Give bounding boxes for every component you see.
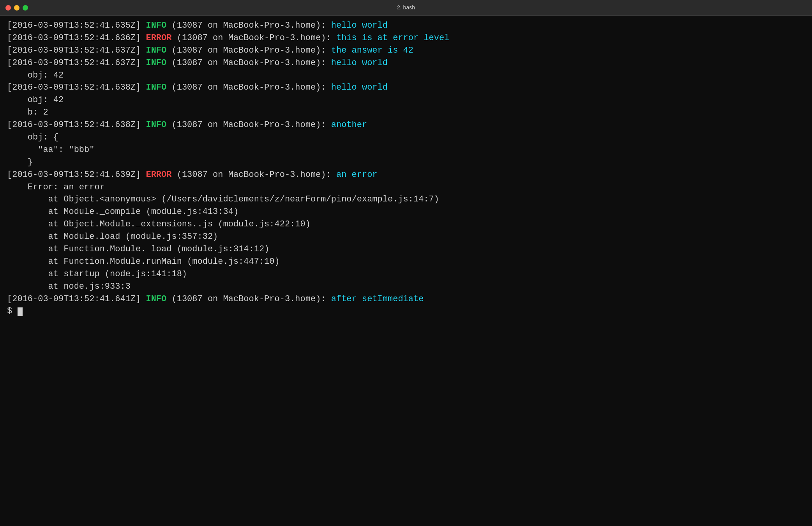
log-context: (13087 on MacBook-Pro-3.home): bbox=[166, 120, 331, 130]
terminal-line: $ bbox=[7, 305, 805, 318]
stack-line: at Module.load (module.js:357:32) bbox=[7, 232, 218, 242]
stack-line: at Function.Module.runMain (module.js:44… bbox=[7, 257, 280, 267]
terminal-line: [2016-03-09T13:52:41.637Z] INFO (13087 o… bbox=[7, 44, 805, 57]
terminal-line: at Module.load (module.js:357:32) bbox=[7, 231, 805, 243]
terminal-line: at Object.<anonymous> (/Users/davidcleme… bbox=[7, 193, 805, 206]
timestamp: [2016-03-09T13:52:41.637Z] bbox=[7, 46, 141, 55]
terminal-line: [2016-03-09T13:52:41.638Z] INFO (13087 o… bbox=[7, 81, 805, 94]
terminal-line: at startup (node.js:141:18) bbox=[7, 268, 805, 281]
stack-line: at Object.Module._extensions..js (module… bbox=[7, 219, 311, 229]
stack-line: at startup (node.js:141:18) bbox=[7, 269, 187, 279]
log-level: INFO bbox=[141, 58, 166, 68]
minimize-button[interactable] bbox=[14, 5, 19, 11]
log-context: (13087 on MacBook-Pro-3.home): bbox=[171, 33, 336, 43]
log-context: (13087 on MacBook-Pro-3.home): bbox=[166, 46, 331, 55]
terminal-line: Error: an error bbox=[7, 181, 805, 194]
log-message: the answer is 42 bbox=[331, 46, 413, 55]
log-context: (13087 on MacBook-Pro-3.home): bbox=[171, 170, 336, 180]
stack-line: b: 2 bbox=[7, 108, 48, 117]
log-context: (13087 on MacBook-Pro-3.home): bbox=[166, 294, 331, 304]
terminal-line: at Function.Module.runMain (module.js:44… bbox=[7, 256, 805, 268]
stack-line: obj: 42 bbox=[7, 95, 64, 105]
terminal-line: b: 2 bbox=[7, 106, 805, 119]
terminal-line: obj: { bbox=[7, 131, 805, 144]
stack-line: } bbox=[7, 157, 33, 167]
stack-line: obj: 42 bbox=[7, 71, 64, 80]
timestamp: [2016-03-09T13:52:41.638Z] bbox=[7, 83, 141, 92]
log-level: INFO bbox=[141, 120, 166, 130]
timestamp: [2016-03-09T13:52:41.639Z] bbox=[7, 170, 141, 180]
stack-line: Error: an error bbox=[7, 182, 105, 192]
log-level: ERROR bbox=[141, 33, 171, 43]
maximize-button[interactable] bbox=[23, 5, 28, 11]
terminal-line: [2016-03-09T13:52:41.635Z] INFO (13087 o… bbox=[7, 19, 805, 32]
terminal-line: obj: 42 bbox=[7, 69, 805, 82]
terminal-line: [2016-03-09T13:52:41.639Z] ERROR (13087 … bbox=[7, 169, 805, 181]
log-level: ERROR bbox=[141, 170, 171, 180]
stack-line: at Module._compile (module.js:413:34) bbox=[7, 207, 238, 217]
terminal-line: at Module._compile (module.js:413:34) bbox=[7, 206, 805, 218]
terminal-line: "aa": "bbb" bbox=[7, 144, 805, 156]
log-context: (13087 on MacBook-Pro-3.home): bbox=[166, 58, 331, 68]
terminal-line: at Object.Module._extensions..js (module… bbox=[7, 218, 805, 231]
log-level: INFO bbox=[141, 294, 166, 304]
terminal-line: at Function.Module._load (module.js:314:… bbox=[7, 243, 805, 256]
stack-line: "aa": "bbb" bbox=[7, 145, 94, 155]
stack-line: at node.js:933:3 bbox=[7, 282, 131, 291]
terminal-line: [2016-03-09T13:52:41.641Z] INFO (13087 o… bbox=[7, 293, 805, 305]
terminal-line: at node.js:933:3 bbox=[7, 281, 805, 293]
close-button[interactable] bbox=[5, 5, 11, 11]
log-message: hello world bbox=[331, 21, 388, 30]
log-level: INFO bbox=[141, 83, 166, 92]
log-message: an error bbox=[336, 170, 378, 180]
timestamp: [2016-03-09T13:52:41.635Z] bbox=[7, 21, 141, 30]
log-context: (13087 on MacBook-Pro-3.home): bbox=[166, 21, 331, 30]
terminal-line: [2016-03-09T13:52:41.636Z] ERROR (13087 … bbox=[7, 32, 805, 44]
terminal-output: [2016-03-09T13:52:41.635Z] INFO (13087 o… bbox=[0, 16, 812, 526]
log-level: INFO bbox=[141, 21, 166, 30]
terminal-line: obj: 42 bbox=[7, 94, 805, 106]
log-context: (13087 on MacBook-Pro-3.home): bbox=[166, 83, 331, 92]
stack-line: at Function.Module._load (module.js:314:… bbox=[7, 244, 269, 254]
timestamp: [2016-03-09T13:52:41.638Z] bbox=[7, 120, 141, 130]
log-message: another bbox=[331, 120, 367, 130]
log-message: this is at error level bbox=[336, 33, 449, 43]
log-message: after setImmediate bbox=[331, 294, 424, 304]
log-message: hello world bbox=[331, 83, 388, 92]
timestamp: [2016-03-09T13:52:41.641Z] bbox=[7, 294, 141, 304]
shell-prompt[interactable]: $ bbox=[7, 306, 17, 316]
terminal-line: [2016-03-09T13:52:41.638Z] INFO (13087 o… bbox=[7, 119, 805, 131]
terminal-line: } bbox=[7, 156, 805, 169]
stack-line: at Object.<anonymous> (/Users/davidcleme… bbox=[7, 194, 439, 204]
window-title: 2. bash bbox=[397, 4, 415, 11]
stack-line: obj: { bbox=[7, 132, 58, 142]
timestamp: [2016-03-09T13:52:41.636Z] bbox=[7, 33, 141, 43]
traffic-lights bbox=[5, 5, 28, 11]
cursor bbox=[18, 307, 23, 316]
titlebar: 2. bash bbox=[0, 0, 812, 16]
timestamp: [2016-03-09T13:52:41.637Z] bbox=[7, 58, 141, 68]
terminal-line: [2016-03-09T13:52:41.637Z] INFO (13087 o… bbox=[7, 57, 805, 69]
log-level: INFO bbox=[141, 46, 166, 55]
log-message: hello world bbox=[331, 58, 388, 68]
